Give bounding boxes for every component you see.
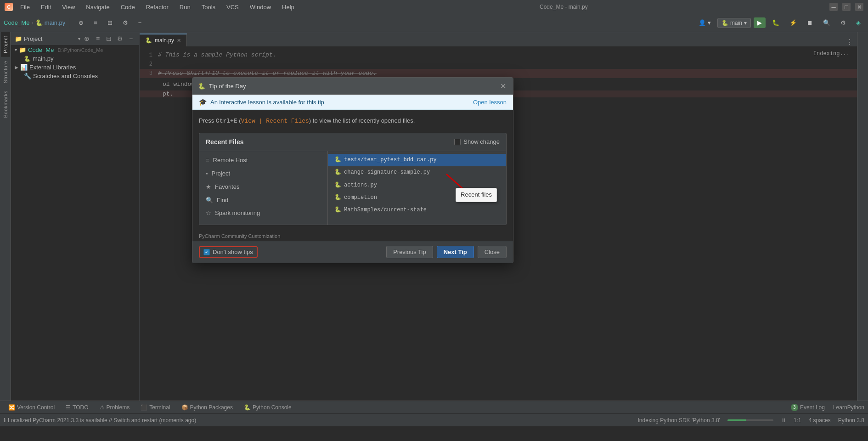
tree-main-py[interactable]: 🐍 main.py [11, 54, 139, 63]
footer-buttons: Previous Tip Next Tip Close [386, 246, 507, 258]
menu-navigate[interactable]: Navigate [82, 2, 113, 12]
open-lesson-link[interactable]: Open lesson [473, 99, 507, 106]
recent-file-3[interactable]: 🐍 completion [328, 192, 506, 204]
previous-tip-button[interactable]: Previous Tip [386, 246, 433, 258]
menu-view[interactable]: View [58, 2, 79, 12]
settings-gear-btn[interactable]: ⚙ [837, 17, 850, 28]
lesson-text: An interactive lesson is available for t… [210, 99, 324, 106]
tab-event-log[interactable]: 3 Event Log [786, 402, 829, 413]
recent-files-right: 🐍 tests/test_pytest_bdd_car.py 🐍 change-… [328, 151, 506, 225]
debug-btn[interactable]: 🐛 [768, 17, 783, 28]
tip-ctrl: Ctrl+E [216, 118, 237, 124]
tab-bar: 🐍 main.py ✕ ⋮ [140, 32, 857, 47]
run-button[interactable]: ▶ [754, 17, 766, 28]
user-btn[interactable]: 👤 ▾ [695, 17, 715, 28]
recent-file-0[interactable]: 🐍 tests/test_pytest_bdd_car.py [328, 154, 506, 166]
menu-help[interactable]: Help [278, 2, 298, 12]
menu-tools[interactable]: Tools [198, 2, 219, 12]
tab-python-packages[interactable]: 📦 Python Packages [177, 403, 237, 412]
next-tip-button[interactable]: Next Tip [437, 246, 474, 258]
coverage-btn[interactable]: ⚡ [786, 17, 800, 28]
project-collapse-btn[interactable]: ⊟ [104, 34, 113, 43]
branch-dropdown[interactable]: 🐍 main ▾ [717, 18, 751, 28]
project-label: Project [212, 169, 230, 179]
dropdown-arrow: ▾ [744, 20, 747, 26]
recent-file-1[interactable]: 🐍 change-signature-sample.py [328, 166, 506, 179]
recent-file-2[interactable]: 🐍 actions.py [328, 179, 506, 192]
maximize-button[interactable]: □ [842, 3, 851, 11]
stop-btn[interactable]: ⏹ [803, 17, 817, 28]
dont-show-checkbox[interactable]: ✓ [203, 249, 210, 255]
tab-todo[interactable]: ☰ TODO [61, 403, 93, 412]
menu-vcs[interactable]: VCS [223, 2, 242, 12]
dialog-close-x-button[interactable]: ✕ [498, 81, 507, 90]
menu-window[interactable]: Window [246, 2, 275, 12]
center-icon-btn[interactable]: ⊕ [75, 17, 87, 28]
pause-icon[interactable]: ⏸ [781, 417, 786, 424]
breadcrumb-file[interactable]: 🐍 main.py [35, 19, 66, 26]
show-changes-checkbox[interactable]: Show change [454, 137, 500, 147]
minus-btn[interactable]: − [135, 17, 146, 28]
close-button[interactable]: ✕ [855, 3, 863, 11]
tab-problems[interactable]: ⚠ Problems [95, 403, 135, 412]
dialog-footer: ✓ Don't show tips Previous Tip Next Tip … [192, 241, 513, 263]
python-version[interactable]: Python 3.8 [838, 417, 864, 424]
list-icon-btn[interactable]: ≡ [90, 17, 101, 28]
sidebar-project-tab[interactable]: Project [1, 32, 10, 57]
settings-btn[interactable]: ⚙ [119, 17, 132, 28]
spaces-indicator[interactable]: 4 spaces [809, 417, 831, 424]
code-text-3: # Press Shift+F10 to execute it or repla… [158, 69, 377, 78]
sidebar-structure-tab[interactable]: Structure [1, 57, 10, 87]
tab-python-console[interactable]: 🐍 Python Console [239, 403, 296, 412]
right-sidebar [857, 32, 868, 401]
minimize-button[interactable]: ─ [829, 3, 838, 11]
project-minus-btn[interactable]: − [126, 34, 135, 43]
collapse-btn[interactable]: ⊟ [104, 17, 116, 28]
tree-scratches[interactable]: 🔧 Scratches and Consoles [11, 72, 139, 80]
file-icon-1: 🐍 [334, 168, 341, 177]
menu-refactor[interactable]: Refactor [142, 2, 172, 12]
root-folder-icon: 📁 [19, 46, 26, 53]
project-dropdown-arrow[interactable]: ▾ [78, 36, 80, 41]
project-list-btn[interactable]: ≡ [93, 34, 102, 43]
search-btn[interactable]: 🔍 [819, 17, 834, 28]
recent-item-favorites[interactable]: ★ Favorites [199, 181, 327, 194]
menu-edit[interactable]: Edit [37, 2, 55, 12]
tab-version-control[interactable]: 🔀 Version Control [4, 403, 59, 412]
status-right: Indexing Python SDK 'Python 3.8' ⏸ 1:1 4… [638, 417, 864, 424]
tab-name: main.py [155, 37, 174, 44]
tab-terminal[interactable]: ⬛ Terminal [136, 403, 175, 412]
tree-root-folder[interactable]: ▾ 📁 Code_Me D:\Python\Code_Me [11, 45, 139, 54]
recent-item-spark[interactable]: ☆ Spark monitoring [199, 207, 327, 220]
position-indicator[interactable]: 1:1 [794, 417, 801, 424]
menu-code[interactable]: Code [117, 2, 139, 12]
main-toolbar: Code_Me › 🐍 main.py ⊕ ≡ ⊟ ⚙ − 👤 ▾ 🐍 main… [0, 14, 868, 32]
code-line-3: 3 # Press Shift+F10 to execute it or rep… [140, 69, 857, 78]
pycharm-btn[interactable]: ◈ [852, 17, 864, 28]
toolbar-separator [70, 18, 70, 28]
file-icon-4: 🐍 [334, 206, 341, 215]
learn-python-label: LearnPython [833, 404, 864, 411]
status-update[interactable]: ℹ Localized PyCharm 2021.3.3 is availabl… [4, 417, 196, 424]
tree-external-libs[interactable]: ▶ 📊 External Libraries [11, 63, 139, 72]
recent-file-4[interactable]: 🐍 MathSamples/current-state [328, 204, 506, 216]
status-bar: ℹ Localized PyCharm 2021.3.3 is availabl… [0, 413, 868, 426]
recent-item-project[interactable]: ▪ Project [199, 167, 327, 181]
recent-item-remote-host[interactable]: ≡ Remote Host [199, 154, 327, 167]
sidebar-bookmarks-tab[interactable]: Bookmarks [1, 87, 10, 122]
progress-fill [727, 419, 746, 421]
breadcrumb-project[interactable]: Code_Me [4, 19, 29, 26]
tab-main-py[interactable]: 🐍 main.py ✕ [140, 34, 187, 46]
project-center-btn[interactable]: ⊕ [82, 34, 91, 43]
menu-run[interactable]: Run [176, 2, 194, 12]
menu-file[interactable]: File [17, 2, 34, 12]
project-settings-btn[interactable]: ⚙ [115, 34, 124, 43]
external-libs-name: External Libraries [29, 64, 76, 71]
close-dialog-button[interactable]: Close [478, 246, 507, 258]
expand-arrow-root: ▾ [15, 47, 17, 52]
tab-close-btn[interactable]: ✕ [177, 38, 181, 44]
tab-more-btn[interactable]: ⋮ [842, 38, 857, 46]
dialog-customization: PyCharm Community Customization [192, 232, 513, 241]
recent-item-find[interactable]: 🔍 Find [199, 194, 327, 207]
dont-show-container[interactable]: ✓ Don't show tips [199, 246, 258, 258]
